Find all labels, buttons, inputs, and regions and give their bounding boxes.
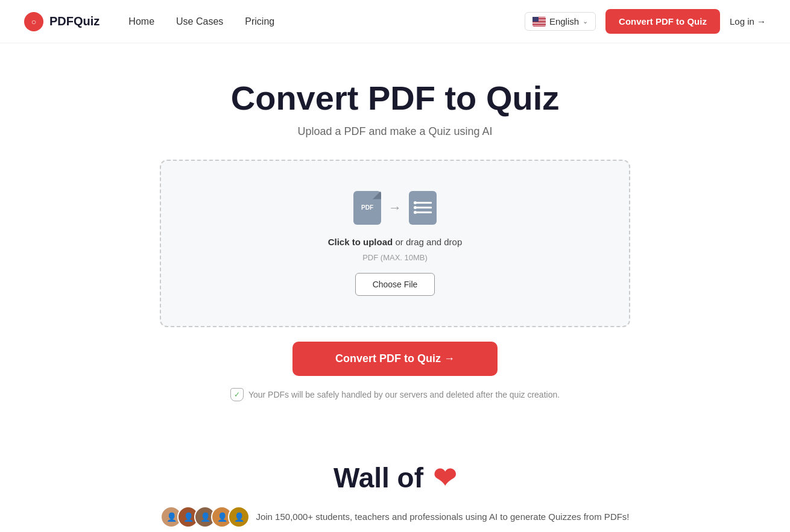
nav-pricing[interactable]: Pricing: [245, 16, 274, 27]
flag-us-icon: [532, 17, 546, 27]
hero-title: Convert PDF to Quiz: [12, 80, 778, 117]
upload-format-text: PDF (MAX. 10MB): [362, 253, 428, 262]
nav-left: ○ PDFQuiz Home Use Cases Pricing: [24, 12, 274, 31]
avatars-group: 👤 👤 👤 👤 👤: [160, 506, 250, 528]
chevron-down-icon: ⌄: [583, 17, 588, 25]
pdf-file-icon: PDF: [353, 191, 381, 225]
quiz-file-icon: [409, 191, 437, 225]
upload-click-text: Click to upload: [328, 237, 393, 247]
choose-file-button[interactable]: Choose File: [355, 273, 435, 296]
login-button[interactable]: Log in →: [730, 16, 766, 27]
wall-title-text: Wall of: [333, 462, 423, 494]
security-text: Your PDFs will be safely handled by our …: [248, 390, 560, 399]
avatar-5: 👤: [228, 506, 250, 528]
logo[interactable]: ○ PDFQuiz: [24, 12, 100, 31]
hero-section: Convert PDF to Quiz Upload a PDF and mak…: [0, 43, 790, 449]
nav-use-cases[interactable]: Use Cases: [176, 16, 223, 27]
arrow-right-icon: →: [388, 200, 402, 216]
logo-text: PDFQuiz: [49, 14, 100, 28]
join-text: Join 150,000+ students, teachers and pro…: [256, 512, 629, 522]
security-note: ✓ Your PDFs will be safely handled by ou…: [12, 388, 778, 401]
wall-title: Wall of ❤: [12, 462, 778, 494]
upload-main-text: Click to upload or drag and drop: [328, 237, 463, 247]
nav-convert-button[interactable]: Convert PDF to Quiz: [605, 9, 720, 34]
heart-icon: ❤: [433, 462, 457, 494]
upload-icons: PDF →: [353, 191, 437, 225]
navbar: ○ PDFQuiz Home Use Cases Pricing English…: [0, 0, 790, 43]
language-selector[interactable]: English ⌄: [525, 12, 596, 31]
upload-dropzone[interactable]: PDF → Click to upload or drag and drop P…: [160, 160, 630, 327]
convert-pdf-button[interactable]: Convert PDF to Quiz →: [292, 342, 498, 376]
nav-home[interactable]: Home: [128, 16, 154, 27]
upload-drag-text: or drag and drop: [393, 237, 462, 247]
language-label: English: [549, 16, 579, 27]
shield-check-icon: ✓: [230, 388, 244, 401]
wall-of-love-section: Wall of ❤ 👤 👤 👤 👤 👤 Join 150,000+ studen…: [0, 449, 790, 532]
nav-links: Home Use Cases Pricing: [128, 16, 274, 27]
nav-right: English ⌄ Convert PDF to Quiz Log in →: [525, 9, 766, 34]
hero-subtitle: Upload a PDF and make a Quiz using AI: [12, 125, 778, 138]
users-row: 👤 👤 👤 👤 👤 Join 150,000+ students, teache…: [12, 506, 778, 528]
logo-icon: ○: [24, 12, 43, 31]
